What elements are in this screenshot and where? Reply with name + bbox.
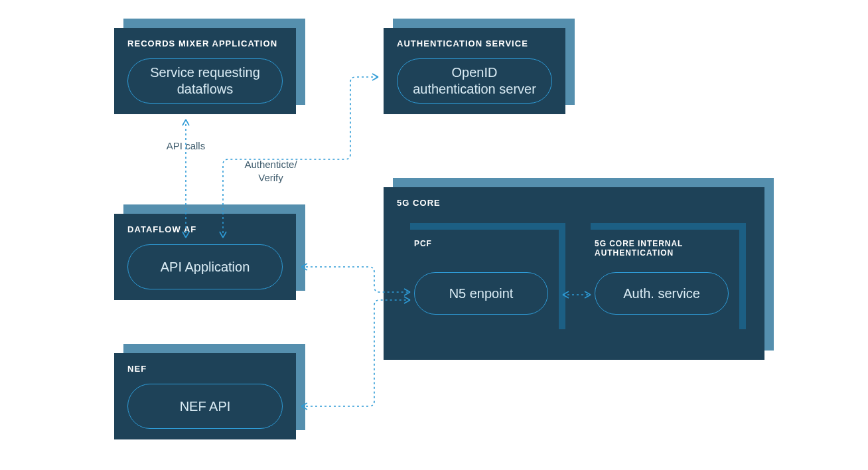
pill-n5-endpoint: N5 enpoint bbox=[414, 272, 548, 315]
panel-face: AUTHENTICATION SERVICE OpenID authentica… bbox=[384, 28, 565, 114]
pill-api-application: API Application bbox=[127, 244, 283, 289]
panel-face: DATAFLOW AF API Application bbox=[114, 214, 296, 300]
subpanel-core-auth: 5G CORE INTERNAL AUTHENTICATION Auth. se… bbox=[584, 230, 739, 336]
panel-face: NEF NEF API bbox=[114, 353, 296, 439]
panel-face: RECORDS MIXER APPLICATION Service reques… bbox=[114, 28, 296, 114]
pill-nef-api: NEF API bbox=[127, 384, 283, 429]
panel-title: RECORDS MIXER APPLICATION bbox=[127, 39, 283, 48]
panel-5g-core: 5G CORE PCF N5 enpoint 5G CORE INTERNAL … bbox=[384, 187, 764, 360]
edge-label-auth-verify: Authenticte/ Verify bbox=[231, 158, 311, 184]
panel-title: AUTHENTICATION SERVICE bbox=[397, 39, 552, 48]
edge-label-api-calls: API calls bbox=[159, 139, 212, 153]
panel-authentication-service: AUTHENTICATION SERVICE OpenID authentica… bbox=[384, 28, 565, 114]
panel-face: 5G CORE INTERNAL AUTHENTICATION Auth. se… bbox=[584, 230, 739, 336]
panel-face: 5G CORE PCF N5 enpoint 5G CORE INTERNAL … bbox=[384, 187, 764, 360]
panel-title: 5G CORE bbox=[397, 198, 751, 208]
subpanel-pcf: PCF N5 enpoint bbox=[403, 230, 559, 336]
pill-auth-service: Auth. service bbox=[595, 272, 729, 315]
panel-records-mixer: RECORDS MIXER APPLICATION Service reques… bbox=[114, 28, 296, 114]
panel-title: DATAFLOW AF bbox=[127, 224, 283, 234]
panel-dataflow-af: DATAFLOW AF API Application bbox=[114, 214, 296, 300]
pill-service-requesting-dataflows: Service requesting dataflows bbox=[127, 58, 283, 104]
panel-title: PCF bbox=[414, 239, 548, 248]
panel-nef: NEF NEF API bbox=[114, 353, 296, 439]
pill-openid-auth-server: OpenID authentication server bbox=[397, 58, 552, 104]
panel-face: PCF N5 enpoint bbox=[403, 230, 559, 336]
panel-title: NEF bbox=[127, 364, 283, 374]
panel-title: 5G CORE INTERNAL AUTHENTICATION bbox=[595, 239, 729, 258]
